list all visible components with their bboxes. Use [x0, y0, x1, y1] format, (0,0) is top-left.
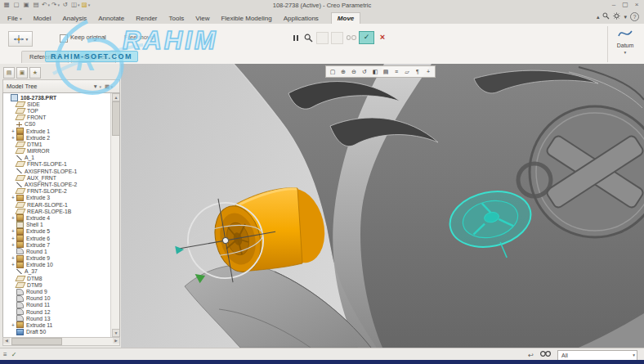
select-status-icon[interactable]: ✓	[11, 350, 17, 360]
tree-item[interactable]: AXISFRNT-SLOPE-1	[3, 168, 111, 174]
regenerate-icon[interactable]: ↺	[61, 1, 69, 9]
tree-item[interactable]: Round 11	[3, 302, 111, 308]
tree-item[interactable]: REAR-SLOPE-1B	[3, 208, 111, 214]
preview-magnifier-button[interactable]	[303, 33, 314, 43]
zoom-in-icon[interactable]: ⊕	[338, 67, 348, 76]
tree-item[interactable]: FRNT-SLOPE-2	[3, 188, 111, 195]
dashboard-tab-properties[interactable]: Properties	[71, 51, 115, 63]
tree-item[interactable]: A_1	[3, 155, 111, 161]
ribbon-tab-move[interactable]: Move	[331, 12, 360, 25]
ribbon-tab-model[interactable]: Model	[28, 13, 57, 24]
tree-item[interactable]: MIRROR	[3, 148, 111, 155]
save-icon[interactable]: ▤	[32, 1, 40, 9]
pause-button[interactable]	[290, 33, 301, 43]
close-button[interactable]: ×	[633, 1, 641, 9]
scrollbar-thumb[interactable]	[112, 101, 120, 136]
tree-item[interactable]: +Extrude 3	[3, 195, 111, 201]
previous-arrow-icon[interactable]: ↩	[528, 351, 534, 361]
tree-item[interactable]: Round 12	[3, 308, 111, 315]
drag-arrow-teal[interactable]	[175, 245, 185, 254]
graphics-area[interactable]: ▢⊕⊖↺◧▤≡▱¶+	[121, 64, 644, 348]
saved-orientations-icon[interactable]: ▤	[381, 67, 391, 76]
repaint-icon[interactable]: ↺	[360, 67, 369, 76]
tree-item[interactable]: DTM9	[3, 281, 111, 288]
scroll-up-icon[interactable]: ▲	[112, 93, 120, 101]
ribbon-tab-annotate[interactable]: Annotate	[92, 13, 130, 24]
tree-item[interactable]: AXISFRNT-SLOPE-2	[3, 181, 111, 187]
ribbon-tab-view[interactable]: View	[190, 13, 215, 24]
spin-center-icon[interactable]: +	[423, 67, 433, 76]
model-tree-toggle-icon[interactable]: ≡	[3, 350, 7, 360]
tree-item[interactable]: TOP	[3, 107, 111, 114]
redo-icon[interactable]: ↷▾	[51, 1, 60, 9]
ribbon-tab-applications[interactable]: Applications	[278, 13, 324, 24]
ribbon-tab-render[interactable]: Render	[130, 13, 163, 24]
refit-icon[interactable]: ▢	[328, 67, 338, 76]
help-icon[interactable]: ?	[630, 12, 639, 21]
ribbon-tab-tools[interactable]: Tools	[163, 13, 190, 24]
search-icon[interactable]	[602, 12, 610, 21]
datum-group[interactable]: Datum ▾	[607, 26, 642, 62]
model-tree-tab[interactable]: ▤	[3, 67, 15, 79]
datum-display-icon[interactable]: ▱	[402, 67, 412, 76]
display-style-icon[interactable]: ◧	[370, 67, 380, 76]
tree-settings-button[interactable]: ▦ ▾	[105, 83, 113, 89]
tree-item[interactable]: Draft 50	[3, 329, 111, 335]
tree-item[interactable]: FRNT-SLOPE-1	[3, 161, 111, 168]
tree-item[interactable]: Shell 1	[3, 222, 111, 228]
ribbon-tab-flexible-modeling[interactable]: Flexible Modeling	[215, 13, 277, 24]
tree-item[interactable]: Round 1	[3, 248, 111, 254]
tree-item[interactable]: +Extrude 2	[3, 134, 111, 141]
tree-vertical-scrollbar[interactable]: ▲ ▼	[110, 93, 119, 337]
tree-item[interactable]: +Extrude 7	[3, 241, 111, 248]
minimize-ribbon-icon[interactable]: ▴	[597, 13, 600, 20]
recent-models-icon[interactable]: ▨▾	[82, 1, 91, 9]
keep-original-checkbox[interactable]	[60, 34, 68, 43]
tree-item[interactable]: DTM1	[3, 141, 111, 147]
tree-item[interactable]: +Extrude 11	[3, 321, 111, 328]
open-file-icon[interactable]: ▣	[22, 1, 30, 9]
restore-button[interactable]: ▢	[621, 1, 629, 9]
annotation-display-icon[interactable]: ¶	[413, 67, 423, 76]
tree-item[interactable]: +Extrude 6	[3, 235, 111, 241]
tree-item[interactable]: REAR-SLOPE-1	[3, 201, 111, 208]
tree-item[interactable]: +Extrude 10	[3, 262, 111, 268]
tree-item[interactable]: Round 9	[3, 288, 111, 294]
tree-item[interactable]: CS0	[3, 121, 111, 128]
tree-item[interactable]: +Extrude 1	[3, 128, 111, 134]
view-manager-icon[interactable]: ≡	[391, 67, 401, 76]
new-file-icon[interactable]: ▢	[12, 1, 20, 9]
tree-horizontal-scrollbar[interactable]: ◀ ▶	[2, 337, 120, 346]
tree-filters-button[interactable]: ▼ ▾	[93, 83, 101, 89]
tree-item[interactable]: +Extrude 5	[3, 228, 111, 235]
scroll-left-icon[interactable]: ◀	[3, 338, 10, 344]
dragger-icon[interactable]: ▾	[8, 31, 33, 47]
options-gear-icon[interactable]	[613, 12, 620, 21]
folder-browser-tab[interactable]: ▣	[16, 67, 28, 79]
moved-feature-boss[interactable]	[208, 183, 332, 276]
favorites-tab[interactable]: ★	[29, 67, 41, 79]
caret-icon[interactable]: ▾	[624, 13, 627, 20]
app-icon[interactable]: ▦	[2, 1, 11, 9]
ribbon-tab-analysis[interactable]: Analysis	[56, 13, 92, 24]
dashboard-tab-references[interactable]: References	[21, 51, 69, 63]
tree-item[interactable]: Round 10	[3, 295, 111, 302]
minimize-button[interactable]: –	[610, 1, 618, 9]
scrollbar-thumb[interactable]	[11, 338, 62, 345]
3d-viewport[interactable]	[121, 64, 644, 348]
cancel-button[interactable]: ×	[377, 32, 388, 43]
tree-item[interactable]: A_37	[3, 268, 111, 275]
scroll-down-icon[interactable]: ▼	[112, 329, 120, 337]
tree-item[interactable]: SIDE	[3, 101, 111, 107]
window-icon[interactable]: ◫▾	[71, 1, 80, 9]
ribbon-tab-file[interactable]: File▾	[2, 13, 28, 24]
scroll-right-icon[interactable]: ▶	[113, 338, 119, 344]
tree-item[interactable]: AUX_FRNT	[3, 174, 111, 181]
tree-item[interactable]: +Extrude 9	[3, 255, 111, 262]
chevron-down-icon[interactable]: ▾	[608, 50, 642, 55]
undo-icon[interactable]: ↶▾	[42, 1, 50, 9]
tree-item[interactable]: FRONT	[3, 115, 111, 121]
zoom-out-icon[interactable]: ⊖	[349, 67, 359, 76]
tree-item[interactable]: 108-2738.PRT	[3, 94, 111, 101]
tree-item[interactable]: Round 13	[3, 315, 111, 321]
